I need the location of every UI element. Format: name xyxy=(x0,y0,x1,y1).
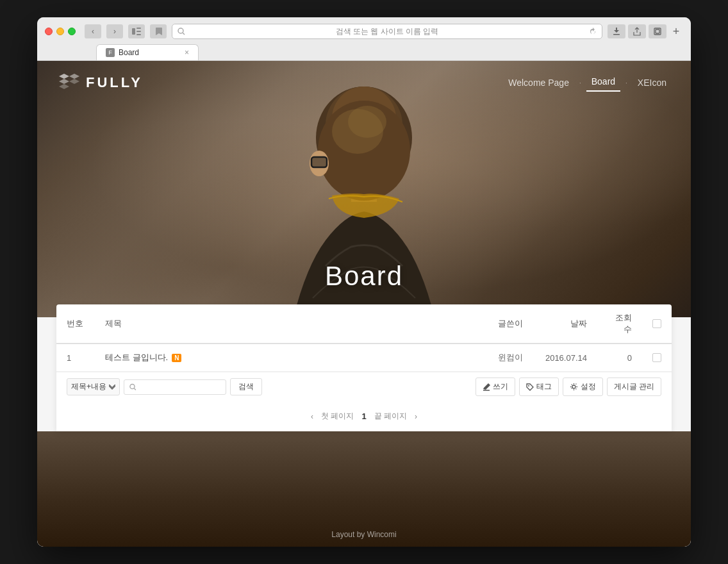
browser-tabs-bar: F Board × xyxy=(45,44,683,60)
search-input-wrap xyxy=(124,379,226,395)
bookmark-button[interactable] xyxy=(150,24,167,38)
back-button[interactable]: ‹ xyxy=(85,24,101,38)
row-check-cell xyxy=(642,344,672,372)
manage-label: 게시글 관리 xyxy=(614,381,654,392)
svg-point-15 xyxy=(348,106,386,138)
svg-line-20 xyxy=(134,388,136,390)
sidebar-button[interactable] xyxy=(128,24,145,38)
logo-area: FULLY xyxy=(56,71,143,94)
current-page: 1 xyxy=(358,410,370,422)
row-date: 2016.07.14 xyxy=(533,344,597,372)
row-checkbox[interactable] xyxy=(652,353,661,362)
svg-rect-18 xyxy=(311,157,327,167)
board-section: 번호 제목 글쓴이 날짜 조회 수 1 xyxy=(56,304,672,431)
footer-text: Layout by Wincomi xyxy=(331,530,396,539)
nav-xeicon[interactable]: XEIcon xyxy=(633,75,672,90)
address-text: 검색 또는 웹 사이트 이름 입력 xyxy=(189,26,585,37)
logo-text: FULLY xyxy=(86,74,143,91)
svg-point-23 xyxy=(572,385,575,388)
svg-point-22 xyxy=(528,385,529,386)
address-bar[interactable]: 검색 또는 웹 사이트 이름 입력 xyxy=(172,24,602,39)
close-button[interactable] xyxy=(45,28,53,35)
search-input[interactable] xyxy=(139,383,220,392)
table-header-row: 번호 제목 글쓴이 날짜 조회 수 xyxy=(56,304,672,344)
write-label: 쓰기 xyxy=(493,381,508,392)
svg-point-19 xyxy=(130,384,135,388)
lower-bg: Layout by Wincomi xyxy=(37,431,691,547)
row-num: 1 xyxy=(56,344,95,372)
tab-favicon: F xyxy=(106,48,115,57)
search-type-select[interactable]: 제목+내용 xyxy=(67,378,120,395)
chevron-down-icon xyxy=(109,385,115,390)
settings-button[interactable]: 설정 xyxy=(563,377,603,396)
svg-line-5 xyxy=(183,33,185,35)
nav-welcome-page[interactable]: Welcome Page xyxy=(503,75,574,90)
pagination: ‹ 첫 페이지 1 끝 페이지 › xyxy=(56,401,672,431)
board-table: 번호 제목 글쓴이 날짜 조회 수 1 xyxy=(56,304,672,372)
next-icon[interactable]: › xyxy=(411,411,421,422)
svg-rect-6 xyxy=(613,34,620,35)
maximize-button[interactable] xyxy=(68,28,76,35)
forward-button[interactable]: › xyxy=(106,24,123,38)
tag-icon xyxy=(526,383,534,391)
write-icon xyxy=(483,383,490,391)
row-title-text: 테스트 글입니다. xyxy=(105,352,168,363)
row-author: 윈컴이 xyxy=(482,344,533,372)
header-num: 번호 xyxy=(56,304,95,344)
site-nav: FULLY Welcome Page · Board · XEIcon xyxy=(37,61,691,104)
header-author: 글쓴이 xyxy=(482,304,533,344)
prev-icon[interactable]: ‹ xyxy=(307,411,317,422)
reload-icon xyxy=(589,28,597,35)
svg-rect-3 xyxy=(136,34,141,35)
logo-icon xyxy=(56,71,79,94)
search-button[interactable]: 검색 xyxy=(230,378,262,395)
share-button[interactable] xyxy=(628,24,646,38)
download-button[interactable] xyxy=(608,24,625,38)
write-button[interactable]: 쓰기 xyxy=(476,377,515,396)
tab-close-button[interactable]: × xyxy=(185,48,189,57)
svg-rect-2 xyxy=(136,31,141,32)
svg-rect-8 xyxy=(656,29,659,33)
first-page-label[interactable]: 첫 페이지 xyxy=(321,411,354,422)
svg-rect-1 xyxy=(136,28,141,29)
last-page-label[interactable]: 끝 페이지 xyxy=(374,411,407,422)
search-icon xyxy=(129,383,136,391)
fullscreen-button[interactable] xyxy=(649,24,666,38)
settings-label: 설정 xyxy=(581,381,596,392)
manage-button[interactable]: 게시글 관리 xyxy=(607,377,661,396)
board-toolbar: 제목+내용 검색 xyxy=(56,372,672,401)
browser-actions: + xyxy=(608,24,683,38)
traffic-lights xyxy=(45,28,76,35)
header-views: 조회 수 xyxy=(597,304,642,344)
tab-title: Board xyxy=(119,48,139,57)
row-title-cell[interactable]: 테스트 글입니다. N xyxy=(95,344,482,372)
new-tab-button[interactable]: + xyxy=(669,24,683,38)
new-badge: N xyxy=(172,354,181,362)
nav-links: Welcome Page · Board · XEIcon xyxy=(503,74,672,92)
minimize-button[interactable] xyxy=(56,28,64,35)
table-row: 1 테스트 글입니다. N 윈컴이 2016.07.14 0 xyxy=(56,344,672,372)
nav-board[interactable]: Board xyxy=(586,74,620,92)
svg-point-4 xyxy=(178,28,183,33)
gear-icon xyxy=(570,383,578,391)
row-views: 0 xyxy=(597,344,642,372)
website-content: FULLY Welcome Page · Board · XEIcon xyxy=(37,61,691,547)
search-type-label: 제목+내용 xyxy=(71,381,106,392)
header-date: 날짜 xyxy=(533,304,597,344)
header-title: 제목 xyxy=(95,304,482,344)
tag-button[interactable]: 태그 xyxy=(519,377,559,396)
header-check xyxy=(642,304,672,344)
hero-title: Board xyxy=(325,261,403,292)
hero-section: FULLY Welcome Page · Board · XEIcon xyxy=(37,61,691,317)
active-tab[interactable]: F Board × xyxy=(96,44,199,60)
tag-label: 태그 xyxy=(536,381,552,392)
header-checkbox[interactable] xyxy=(652,319,661,328)
svg-rect-0 xyxy=(132,28,135,35)
